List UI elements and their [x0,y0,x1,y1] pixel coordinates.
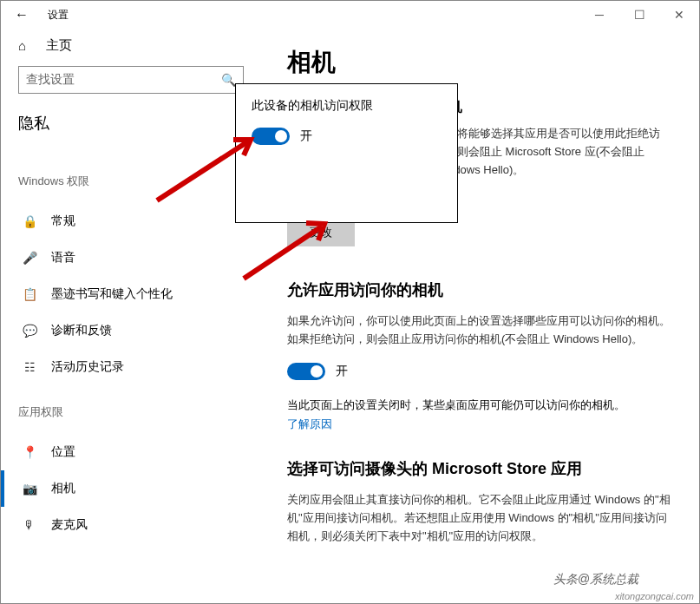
camera-icon: 📷 [22,481,37,496]
note-text: 当此页面上的设置关闭时，某些桌面应用可能仍可以访问你的相机。 [287,397,673,413]
nav-label: 语音 [51,250,75,266]
speech-icon: 🎤 [22,250,37,266]
nav-diagnostics[interactable]: 💬 诊断和反馈 [18,312,244,349]
nav-inking[interactable]: 📋 墨迹书写和键入个性化 [18,276,244,312]
section1-desc: 用户将能够选择其应用是否可以使用此拒绝访问，则会阻止 Microsoft Sto… [435,125,673,179]
nav-label: 位置 [51,444,75,460]
search-placeholder: 查找设置 [26,72,221,88]
nav-label: 麦克风 [51,517,88,533]
close-button[interactable]: ✕ [659,1,699,29]
nav-label: 墨迹书写和键入个性化 [51,286,173,302]
group-windows-permissions: Windows 权限 [18,174,244,189]
nav-microphone[interactable]: 🎙 麦克风 [18,507,244,543]
nav-general[interactable]: 🔒 常规 [18,203,244,240]
window-title: 设置 [48,8,69,23]
lock-icon: 🔒 [22,213,37,229]
privacy-heading: 隐私 [18,113,244,134]
section2-desc: 如果允许访问，你可以使用此页面上的设置选择哪些应用可以访问你的相机。如果拒绝访问… [287,312,673,349]
home-link[interactable]: ⌂ 主页 [18,29,244,66]
nav-label: 相机 [51,481,75,496]
inking-icon: 📋 [22,286,37,302]
minimize-button[interactable]: ─ [579,1,619,29]
section2-title: 允许应用访问你的相机 [287,279,673,300]
page-title: 相机 [287,46,673,79]
section3-title: 选择可访问摄像头的 Microsoft Store 应用 [287,458,673,479]
nav-activity[interactable]: ☷ 活动历史记录 [18,349,244,385]
popup-toggle-label: 开 [300,128,312,144]
back-button[interactable]: ← [1,1,43,29]
mic-icon: 🎙 [22,517,37,533]
watermark-url: xitongzongcai.com [615,591,694,601]
section3-desc: 关闭应用会阻止其直接访问你的相机。它不会阻止此应用通过 Windows 的"相机… [287,491,673,545]
nav-label: 诊断和反馈 [51,323,112,338]
group-app-permissions: 应用权限 [18,404,244,420]
maximize-button[interactable]: ☐ [619,1,659,29]
nav-label: 常规 [51,213,75,229]
home-icon: ⌂ [18,38,34,53]
section1-title: 相机 [435,98,673,116]
search-input[interactable]: 查找设置 🔍 [18,66,244,94]
learn-why-link[interactable]: 了解原因 [287,417,673,432]
history-icon: ☷ [22,359,37,375]
nav-speech[interactable]: 🎤 语音 [18,240,244,276]
feedback-icon: 💬 [22,323,37,338]
device-access-toggle[interactable] [252,128,290,145]
nav-camera[interactable]: 📷 相机 [18,470,244,507]
popup-title: 此设备的相机访问权限 [252,98,442,114]
device-access-popup: 此设备的相机访问权限 开 [235,83,458,223]
apps-access-toggle[interactable] [287,363,325,380]
sidebar: ⌂ 主页 查找设置 🔍 隐私 Windows 权限 🔒 常规 🎤 语音 📋 墨迹… [1,29,261,604]
home-label: 主页 [46,37,72,54]
search-icon: 🔍 [221,73,236,87]
nav-location[interactable]: 📍 位置 [18,434,244,470]
watermark-tag: 头条@系统总裁 [553,572,638,588]
nav-label: 活动历史记录 [51,359,124,375]
location-icon: 📍 [22,444,37,460]
toggle-label: 开 [336,364,348,379]
change-button[interactable]: 更改 [287,219,355,246]
